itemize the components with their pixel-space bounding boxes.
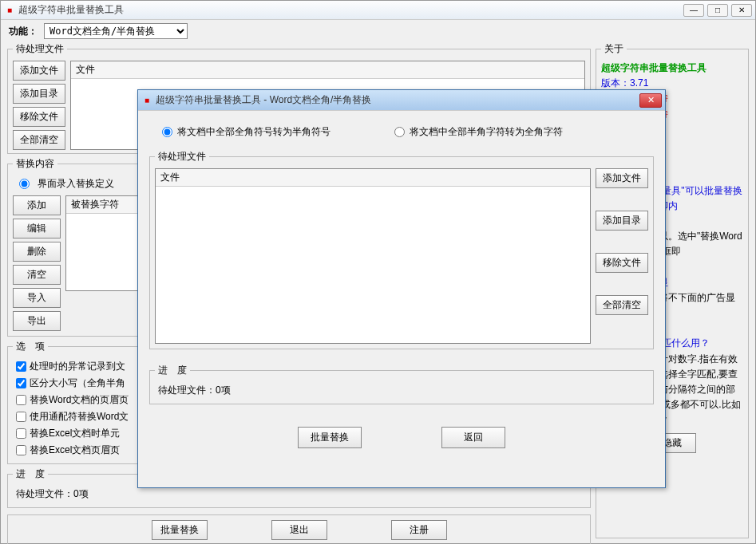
about-version-label: 版本： xyxy=(601,77,630,89)
modal-radio1-label: 将文档中全部全角符号转为半角符号 xyxy=(177,125,331,139)
app-icon: ■ xyxy=(4,5,15,16)
add-dir-button[interactable]: 添加目录 xyxy=(13,84,65,104)
opt-log-checkbox[interactable] xyxy=(16,361,26,372)
function-label: 功能： xyxy=(9,25,38,38)
progress-text: 待处理文件：0项 xyxy=(13,486,585,503)
modal-close-button[interactable]: ✕ xyxy=(639,93,662,108)
close-button[interactable]: ✕ xyxy=(731,4,752,17)
modal-dialog: ■ 超级字符串批量替换工具 - Word文档全角/半角替换 ✕ 将文档中全部全角… xyxy=(137,89,666,488)
modal-progress-text: 待处理文件：0项 xyxy=(155,382,648,399)
ui-input-radio-label: 界面录入替换定义 xyxy=(38,177,114,191)
add-rule-button[interactable]: 添加 xyxy=(13,195,61,215)
modal-radio1-input[interactable] xyxy=(162,127,172,137)
ui-input-radio[interactable] xyxy=(19,179,30,189)
import-button[interactable]: 导入 xyxy=(13,288,61,308)
batch-replace-button[interactable]: 批量替换 xyxy=(152,520,208,540)
options-legend: 选 项 xyxy=(13,340,48,353)
about-version-value: 3.71 xyxy=(630,77,648,89)
minimize-button[interactable]: — xyxy=(683,4,704,17)
modal-add-file-button[interactable]: 添加文件 xyxy=(596,168,648,188)
replace-legend: 替换内容 xyxy=(13,157,57,171)
opt-excel-header-checkbox[interactable] xyxy=(16,445,26,455)
progress-legend: 进 度 xyxy=(13,467,48,481)
register-button[interactable]: 注册 xyxy=(391,520,447,540)
exit-button[interactable]: 退出 xyxy=(271,520,327,540)
modal-batch-button[interactable]: 批量替换 xyxy=(298,427,362,448)
modal-radio2-label: 将文档中全部半角字符转为全角字符 xyxy=(410,125,563,139)
opt-case-label: 区分大小写（全角半角 xyxy=(30,376,125,390)
modal-progress-legend: 进 度 xyxy=(155,364,190,377)
modal-clear-button[interactable]: 全部清空 xyxy=(596,295,648,315)
modal-title: 超级字符串批量替换工具 - Word文档全角/半角替换 xyxy=(156,93,639,107)
modal-add-dir-button[interactable]: 添加目录 xyxy=(596,211,648,231)
remove-file-button[interactable]: 移除文件 xyxy=(13,107,65,127)
opt-case-checkbox[interactable] xyxy=(16,378,26,388)
opt-word-header-checkbox[interactable] xyxy=(16,395,26,405)
about-legend: 关于 xyxy=(601,42,627,56)
opt-excel-cell-label: 替换Excel文档时单元 xyxy=(30,427,120,440)
clear-all-button[interactable]: 全部清空 xyxy=(13,130,65,150)
modal-file-header: 文件 xyxy=(156,169,590,187)
modal-remove-button[interactable]: 移除文件 xyxy=(596,253,648,273)
add-file-button[interactable]: 添加文件 xyxy=(13,61,65,81)
opt-wildcard-checkbox[interactable] xyxy=(16,412,26,422)
opt-wildcard-label: 使用通配符替换Word文 xyxy=(30,410,129,424)
modal-file-list[interactable]: 文件 xyxy=(155,168,591,344)
pending-legend: 待处理文件 xyxy=(13,42,67,56)
opt-log-label: 处理时的异常记录到文 xyxy=(30,360,125,373)
maximize-button[interactable]: □ xyxy=(707,4,728,17)
modal-pending-group: 待处理文件 文件 添加文件 添加目录 移除文件 全部清空 xyxy=(149,150,654,349)
delete-rule-button[interactable]: 删除 xyxy=(13,242,61,262)
modal-progress-group: 进 度 待处理文件：0项 xyxy=(149,364,654,404)
file-list-header: 文件 xyxy=(71,61,584,79)
edit-rule-button[interactable]: 编辑 xyxy=(13,219,61,238)
clear-rules-button[interactable]: 清空 xyxy=(13,265,61,285)
export-button[interactable]: 导出 xyxy=(13,311,61,331)
modal-radio2[interactable]: 将文档中全部半角字符转为全角字符 xyxy=(394,125,563,139)
about-title: 超级字符串批量替换工具 xyxy=(601,61,743,76)
window-title: 超级字符串批量替换工具 xyxy=(18,3,683,17)
modal-titlebar: ■ 超级字符串批量替换工具 - Word文档全角/半角替换 ✕ xyxy=(138,90,665,111)
opt-excel-cell-checkbox[interactable] xyxy=(16,428,26,439)
modal-back-button[interactable]: 返回 xyxy=(441,427,505,448)
modal-radio1[interactable]: 将文档中全部全角符号转为半角符号 xyxy=(162,125,331,139)
bottom-button-bar: 批量替换 退出 注册 xyxy=(7,514,591,544)
main-titlebar: ■ 超级字符串批量替换工具 — □ ✕ xyxy=(1,1,755,20)
modal-radio2-input[interactable] xyxy=(394,127,405,137)
function-select[interactable]: Word文档全角/半角替换 xyxy=(44,23,188,39)
opt-excel-header-label: 替换Excel文档页眉页 xyxy=(30,443,120,457)
function-row: 功能： Word文档全角/半角替换 xyxy=(1,20,755,42)
modal-app-icon: ■ xyxy=(141,95,152,106)
modal-pending-legend: 待处理文件 xyxy=(155,150,209,164)
opt-word-header-label: 替换Word文档的页眉页 xyxy=(30,393,129,407)
